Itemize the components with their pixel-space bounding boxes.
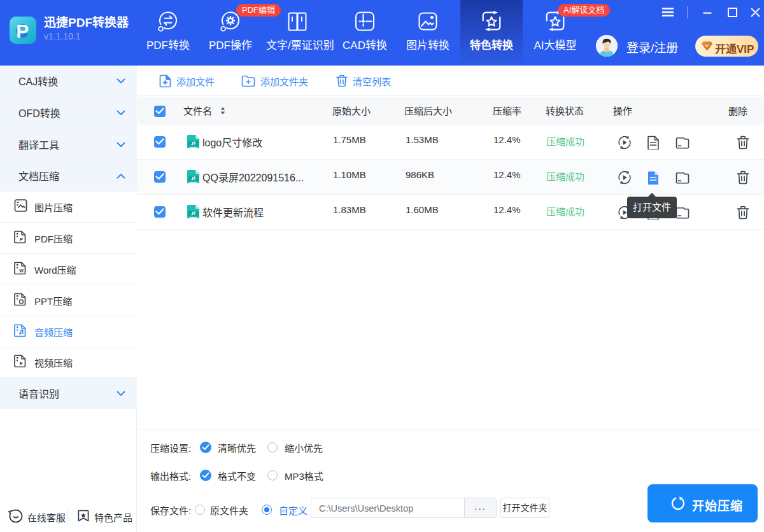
svg-text:P: P — [16, 20, 29, 41]
svg-text:P: P — [20, 237, 23, 242]
svg-text:W: W — [19, 269, 24, 273]
